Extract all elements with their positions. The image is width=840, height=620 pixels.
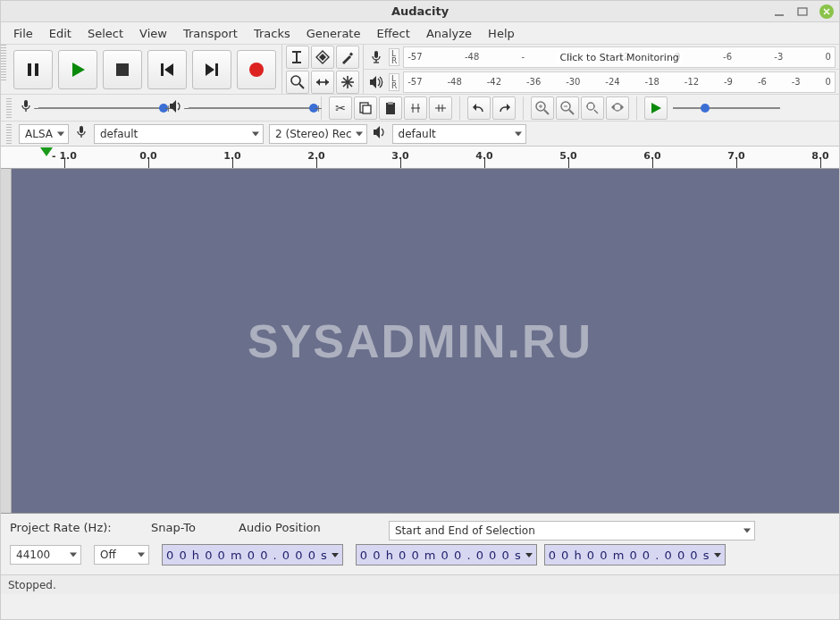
svg-marker-23	[325, 79, 329, 86]
selection-tool[interactable]	[286, 46, 309, 69]
timeshift-tool[interactable]	[311, 71, 334, 94]
toolbar-grip[interactable]	[6, 98, 12, 118]
fit-selection-button[interactable]	[581, 96, 604, 120]
toolbar-area: LR -57 -48 - Click to Start Monitoring 8…	[1, 44, 839, 146]
maximize-button[interactable]	[796, 5, 809, 18]
close-button[interactable]	[819, 4, 834, 19]
minimize-button[interactable]	[773, 5, 785, 18]
svg-marker-10	[206, 63, 214, 76]
menu-analyze[interactable]: Analyze	[419, 24, 479, 43]
selection-start-field[interactable]: 0 0 h 0 0 m 0 0 . 0 0 0 s	[356, 544, 537, 566]
audio-position-label: Audio Position	[239, 521, 373, 540]
menu-generate[interactable]: Generate	[299, 24, 368, 43]
lr-label: LR	[389, 73, 399, 91]
silence-button[interactable]	[429, 96, 452, 120]
menu-view[interactable]: View	[132, 24, 174, 43]
envelope-tool[interactable]	[311, 46, 334, 69]
record-button[interactable]	[237, 50, 276, 89]
time-value: 0 0 h 0 0 m 0 0 . 0 0 0 s	[549, 549, 710, 562]
divider	[636, 96, 637, 120]
draw-tool[interactable]	[336, 46, 359, 69]
play-button[interactable]	[58, 50, 97, 89]
zoom-toolbar	[531, 96, 629, 120]
pause-button[interactable]	[13, 50, 53, 89]
tick: -24	[605, 77, 619, 87]
zoom-out-button[interactable]	[556, 96, 579, 120]
combo-value: 44100	[16, 549, 50, 561]
combo-value: Off	[100, 549, 116, 561]
svg-rect-28	[374, 51, 378, 58]
menu-help[interactable]: Help	[481, 24, 522, 43]
rec-meter-scale[interactable]: -57 -48 - Click to Start Monitoring 8 -1…	[403, 46, 836, 68]
watermark: SYSADMIN.RU	[248, 314, 592, 368]
playback-speed-slider[interactable]	[673, 101, 780, 115]
menu-transport[interactable]: Transport	[176, 24, 245, 43]
mic-icon	[19, 99, 33, 116]
svg-rect-32	[24, 100, 28, 107]
svg-marker-60	[621, 105, 624, 110]
svg-marker-31	[370, 76, 376, 88]
zoom-tool[interactable]	[286, 71, 309, 94]
audio-host-combo[interactable]: ALSA	[19, 124, 69, 144]
lr-label: LR	[389, 48, 399, 66]
snap-to-combo[interactable]: Off	[94, 545, 149, 565]
play-meter-scale[interactable]: -57 -48 -42 -36 -30 -24 -18 -12 -9 -6 -3…	[403, 71, 836, 93]
project-rate-combo[interactable]: 44100	[10, 545, 81, 565]
fit-project-button[interactable]	[606, 96, 629, 120]
audio-position-field[interactable]: 0 0 h 0 0 m 0 0 . 0 0 0 s	[162, 544, 343, 566]
recording-volume-slider[interactable]: − +	[38, 101, 164, 115]
timeline-ruler[interactable]: - 1.00.01.02.03.04.05.06.07.08.0	[1, 146, 839, 169]
combo-value: ALSA	[25, 128, 53, 140]
skip-start-button[interactable]	[147, 50, 187, 89]
svg-rect-8	[161, 63, 164, 76]
tick: -36	[526, 77, 541, 87]
playback-device-combo[interactable]: default	[392, 124, 526, 144]
svg-rect-1	[798, 8, 807, 15]
menu-tracks[interactable]: Tracks	[247, 24, 298, 43]
trim-button[interactable]	[404, 96, 427, 120]
play-at-speed-button[interactable]	[644, 96, 668, 120]
svg-marker-45	[473, 104, 476, 111]
copy-button[interactable]	[354, 96, 377, 120]
tick: -42	[487, 77, 501, 87]
svg-point-58	[614, 104, 621, 111]
paste-button[interactable]	[379, 96, 402, 120]
svg-marker-17	[319, 54, 326, 61]
playback-volume-slider[interactable]: − +	[189, 101, 314, 115]
chevron-down-icon[interactable]	[332, 553, 339, 557]
skip-end-button[interactable]	[192, 50, 231, 89]
selection-end-field[interactable]: 0 0 h 0 0 m 0 0 . 0 0 0 s	[544, 544, 726, 566]
menu-effect[interactable]: Effect	[369, 24, 416, 43]
playback-meter[interactable]: LR -57 -48 -42 -36 -30 -24 -18 -12 -9 -6…	[364, 70, 839, 94]
tick: -30	[566, 77, 580, 87]
window-controls	[773, 4, 834, 19]
device-toolbar: ALSA default 2 (Stereo) Rec default	[1, 121, 839, 146]
tracks-panel[interactable]: SYSADMIN.RU	[1, 169, 839, 514]
undo-button[interactable]	[467, 96, 491, 120]
stop-button[interactable]	[103, 50, 142, 89]
chevron-down-icon[interactable]	[525, 553, 533, 557]
menu-edit[interactable]: Edit	[42, 24, 79, 43]
menu-file[interactable]: File	[6, 24, 40, 43]
recording-device-combo[interactable]: default	[94, 124, 264, 144]
redo-button[interactable]	[492, 96, 516, 120]
toolbar-grip[interactable]	[1, 45, 6, 80]
tick: -9	[724, 77, 733, 87]
svg-marker-64	[374, 126, 380, 138]
chevron-down-icon[interactable]	[714, 553, 721, 557]
selection-mode-combo[interactable]: Start and End of Selection	[389, 521, 755, 540]
mic-icon	[367, 48, 385, 66]
tools-toolbar	[282, 45, 364, 94]
combo-value: default	[100, 128, 138, 140]
menu-select[interactable]: Select	[80, 24, 130, 43]
combo-value: 2 (Stereo) Rec	[275, 128, 352, 140]
multi-tool[interactable]	[336, 71, 359, 94]
toolbar-grip[interactable]	[6, 124, 12, 144]
recording-meter[interactable]: LR -57 -48 - Click to Start Monitoring 8…	[364, 45, 839, 70]
mic-icon	[74, 125, 88, 142]
titlebar: Audacity	[1, 1, 839, 22]
cut-button[interactable]: ✂	[329, 96, 352, 120]
transport-toolbar	[8, 45, 282, 94]
recording-channels-combo[interactable]: 2 (Stereo) Rec	[269, 124, 367, 144]
zoom-in-button[interactable]	[531, 96, 554, 120]
